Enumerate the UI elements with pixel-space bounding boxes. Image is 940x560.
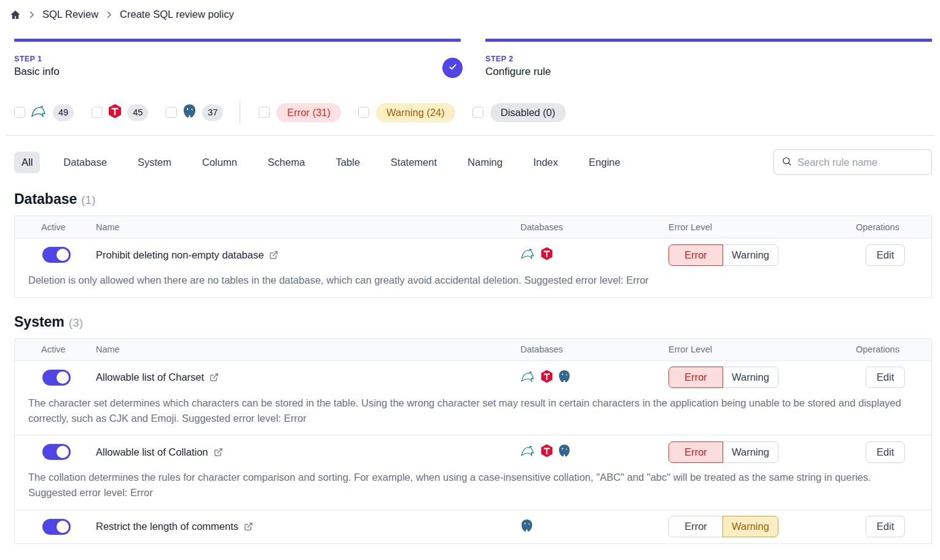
database-rules-table: Active Name Databases Error Level Operat… <box>14 216 932 298</box>
breadcrumb: SQL Review Create SQL review policy <box>0 0 940 20</box>
search-input[interactable] <box>797 157 924 168</box>
tidb-icon <box>541 247 553 263</box>
tidb-checkbox[interactable] <box>92 107 103 118</box>
step-1-title: Basic info <box>14 66 461 78</box>
rule-active-toggle[interactable] <box>42 370 71 386</box>
warning-level-button[interactable]: Warning <box>723 367 778 388</box>
table-row: Prohibit deleting non-empty database Err… <box>15 238 931 271</box>
external-link-icon[interactable] <box>269 251 278 260</box>
rule-active-toggle[interactable] <box>42 247 71 263</box>
error-filter-checkbox[interactable] <box>259 107 270 118</box>
mysql-icon <box>520 247 536 262</box>
home-icon[interactable] <box>10 9 21 20</box>
mysql-icon <box>520 370 536 385</box>
chevron-right-icon <box>106 10 112 19</box>
error-level-toggle: Error Warning <box>668 516 842 537</box>
chevron-right-icon <box>29 10 34 19</box>
postgresql-icon <box>520 519 533 535</box>
system-rules-table: Active Name Databases Error Level Operat… <box>14 338 932 544</box>
search-icon <box>781 156 792 169</box>
rule-name: Allowable list of Charset <box>96 371 204 383</box>
postgresql-count-badge: 37 <box>202 104 223 121</box>
section-title-database: Database(1) <box>14 191 932 208</box>
warning-level-button[interactable]: Warning <box>723 516 778 537</box>
column-header-active: Active <box>15 344 96 354</box>
tab-database[interactable]: Database <box>56 152 114 173</box>
external-link-icon[interactable] <box>214 448 223 457</box>
filter-mysql: 49 <box>14 104 74 121</box>
error-level-toggle: Error Warning <box>668 244 842 266</box>
tab-schema[interactable]: Schema <box>260 152 313 173</box>
error-level-button[interactable]: Error <box>668 367 723 388</box>
error-level-button[interactable]: Error <box>668 441 723 463</box>
edit-button[interactable]: Edit <box>866 441 905 463</box>
rule-active-toggle[interactable] <box>42 519 71 535</box>
rule-group: Restrict the length of comments Error Wa… <box>15 510 931 543</box>
disabled-filter-pill[interactable]: Disabled (0) <box>490 103 566 122</box>
tab-statement[interactable]: Statement <box>383 152 444 173</box>
breadcrumb-sql-review[interactable]: SQL Review <box>42 9 98 20</box>
postgresql-checkbox[interactable] <box>166 107 177 118</box>
mysql-icon <box>520 445 536 459</box>
tab-naming[interactable]: Naming <box>460 152 510 173</box>
error-filter-pill[interactable]: Error (31) <box>276 103 341 122</box>
mysql-icon <box>31 104 47 120</box>
rule-name: Prohibit deleting non-empty database <box>96 249 264 261</box>
warning-filter-pill[interactable]: Warning (24) <box>376 103 455 122</box>
step-1: STEP 1 Basic info <box>14 39 461 78</box>
edit-button[interactable]: Edit <box>866 516 905 537</box>
table-row: Allowable list of Charset Error Warning <box>15 361 931 394</box>
breadcrumb-current-page: Create SQL review policy <box>120 9 234 20</box>
column-header-active: Active <box>15 222 96 232</box>
external-link-icon[interactable] <box>244 522 253 531</box>
tab-system[interactable]: System <box>130 152 179 173</box>
filter-postgresql: 37 <box>166 104 223 121</box>
table-header: Active Name Databases Error Level Operat… <box>15 216 931 238</box>
rule-group: Prohibit deleting non-empty database Err… <box>15 238 931 297</box>
rule-group: Allowable list of Collation Error Warnin <box>15 435 931 510</box>
warning-level-button[interactable]: Warning <box>723 244 778 266</box>
disabled-filter-checkbox[interactable] <box>472 107 484 118</box>
warning-filter-checkbox[interactable] <box>358 107 369 118</box>
filter-tidb: 45 <box>92 104 148 121</box>
filter-error-level: Error (31) <box>259 103 341 122</box>
step-1-progress-bar <box>14 39 461 42</box>
tab-column[interactable]: Column <box>195 152 245 173</box>
tab-engine[interactable]: Engine <box>581 152 627 173</box>
column-header-databases: Databases <box>520 222 668 232</box>
step-2-progress-bar <box>485 39 932 42</box>
section-divider <box>5 135 935 136</box>
column-header-operations: Operations <box>842 344 931 354</box>
column-header-name: Name <box>96 222 520 232</box>
error-level-button[interactable]: Error <box>668 516 723 537</box>
category-tabs: All Database System Column Schema Table … <box>14 149 932 175</box>
section-count: (1) <box>81 193 95 206</box>
filter-disabled-level: Disabled (0) <box>472 103 566 122</box>
check-icon <box>448 62 458 74</box>
step-1-label: STEP 1 <box>14 55 461 63</box>
postgresql-icon <box>558 444 571 460</box>
rule-name: Restrict the length of comments <box>96 521 238 532</box>
column-header-operations: Operations <box>842 222 931 232</box>
mysql-checkbox[interactable] <box>14 107 25 118</box>
column-header-error-level: Error Level <box>668 344 842 354</box>
search-rule-box[interactable] <box>774 149 932 175</box>
tab-index[interactable]: Index <box>526 152 565 173</box>
rule-group: Allowable list of Charset Error Warning <box>15 361 931 436</box>
column-header-name: Name <box>96 344 520 354</box>
error-level-button[interactable]: Error <box>668 244 723 266</box>
column-header-error-level: Error Level <box>668 222 842 232</box>
edit-button[interactable]: Edit <box>866 367 905 388</box>
error-level-toggle: Error Warning <box>668 441 842 463</box>
filter-divider <box>240 101 240 123</box>
section-title-text: System <box>14 314 65 330</box>
external-link-icon[interactable] <box>210 373 219 382</box>
step-2-label: STEP 2 <box>485 55 932 63</box>
step-indicator: STEP 1 Basic info STEP 2 Configure rule <box>14 39 932 78</box>
tab-table[interactable]: Table <box>328 152 367 173</box>
edit-button[interactable]: Edit <box>866 244 905 266</box>
tab-all[interactable]: All <box>14 152 40 173</box>
rule-active-toggle[interactable] <box>42 444 71 460</box>
rule-name: Allowable list of Collation <box>96 446 208 458</box>
warning-level-button[interactable]: Warning <box>723 441 778 463</box>
